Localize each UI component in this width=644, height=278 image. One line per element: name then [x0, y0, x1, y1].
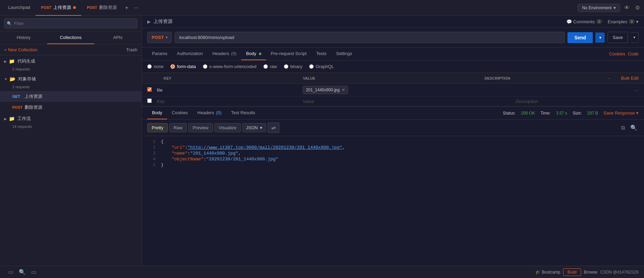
- wrap-button[interactable]: ⇌: [268, 122, 279, 133]
- request-delete-method: POST: [12, 105, 25, 109]
- env-label: No Environment: [582, 5, 612, 10]
- line-num-3: 3: [147, 151, 155, 156]
- tab-launchpad[interactable]: Launchpad: [3, 0, 36, 16]
- collection-daima-header[interactable]: ▶ 📁 代码生成: [0, 55, 141, 67]
- view-visualize-button[interactable]: Visualize: [214, 123, 241, 132]
- console-icon[interactable]: ▭: [28, 267, 39, 277]
- tab-authorization[interactable]: Authorization: [172, 48, 208, 60]
- sidebar-tab-history[interactable]: History: [0, 31, 47, 44]
- sidebar-toggle-icon[interactable]: ▭: [5, 267, 16, 277]
- code-line-5: 5 }: [142, 162, 644, 168]
- code-key-url: "url": [172, 145, 185, 150]
- collection-workflow-header[interactable]: ▶ 📁 工作流: [0, 113, 141, 124]
- view-pretty-button[interactable]: Pretty: [147, 123, 168, 132]
- form-value-header: VALUE: [303, 76, 484, 80]
- search-response-button[interactable]: 🔍: [629, 123, 639, 132]
- bulk-edit-button[interactable]: Bulk Edit: [621, 76, 639, 81]
- title-actions: 💬 Comments 0 Examples 0 ▾: [566, 19, 639, 24]
- body-binary-label: binary: [290, 64, 302, 69]
- body-option-urlencoded[interactable]: x-www-form-urlencoded: [203, 64, 257, 69]
- expand-arrow-icon[interactable]: ▶: [147, 19, 151, 24]
- method-value: POST: [152, 35, 164, 40]
- request-delete[interactable]: POST 删除资源: [0, 102, 141, 113]
- send-button[interactable]: Send: [567, 32, 593, 43]
- tab-headers-label: Headers: [213, 51, 229, 56]
- view-raw-button[interactable]: Raw: [169, 123, 187, 132]
- request-title-bar: ▶ 上传资源 💬 Comments 0 Examples 0 ▾: [142, 16, 644, 28]
- request-tabs: Params Authorization Headers (9) Body Pr…: [142, 48, 644, 61]
- bootcamp-label: Bootcamp: [542, 270, 560, 275]
- tab-tests[interactable]: Tests: [311, 48, 331, 60]
- cookies-link[interactable]: Cookies: [609, 51, 625, 56]
- url-input[interactable]: [175, 32, 565, 43]
- build-button[interactable]: Build: [563, 268, 581, 276]
- request-upload[interactable]: GET 上传资源: [0, 91, 141, 102]
- body-option-raw[interactable]: raw: [263, 64, 277, 69]
- tab-headers[interactable]: Headers (9): [208, 48, 242, 60]
- resp-tab-test-results[interactable]: Test Results: [226, 107, 260, 119]
- trash-button[interactable]: Trash: [126, 47, 137, 52]
- eye-icon[interactable]: 👁: [623, 3, 631, 12]
- gear-icon[interactable]: ⚙: [634, 3, 641, 12]
- copy-button[interactable]: ⧉: [620, 123, 626, 132]
- file-remove-icon[interactable]: ✕: [342, 88, 345, 92]
- form-value-empty[interactable]: Value: [303, 99, 516, 104]
- resp-headers-count: (5): [216, 110, 221, 115]
- tab-params[interactable]: Params: [147, 48, 172, 60]
- view-preview-button[interactable]: Preview: [188, 123, 213, 132]
- format-select[interactable]: JSON ▾: [242, 123, 266, 132]
- url-bar: POST ▾ Send ▾ Save ▾: [142, 28, 644, 48]
- tab-upload-label: 上传资源: [53, 4, 71, 11]
- comments-button[interactable]: 💬 Comments 0: [566, 19, 602, 24]
- form-check-empty[interactable]: [147, 98, 155, 104]
- tab-upload[interactable]: POST 上传资源: [36, 0, 81, 16]
- tab-settings[interactable]: Settings: [331, 48, 357, 60]
- resp-tab-cookies[interactable]: Cookies: [167, 107, 193, 119]
- chevron-right-icon-2: ▶: [4, 117, 7, 121]
- bootcamp-button[interactable]: 🎓 Bootcamp: [535, 270, 560, 275]
- form-desc-header: DESCRIPTION: [484, 76, 607, 80]
- body-option-binary[interactable]: binary: [284, 64, 302, 69]
- more-tabs-button[interactable]: ···: [131, 3, 141, 12]
- form-header-more-icon[interactable]: ···: [607, 76, 611, 81]
- add-tab-button[interactable]: +: [122, 3, 131, 12]
- body-option-graphql[interactable]: GraphQL: [309, 64, 334, 69]
- folder-open-icon: 📂: [10, 76, 15, 82]
- form-check-file[interactable]: [147, 87, 155, 93]
- send-arrow-button[interactable]: ▾: [595, 32, 605, 43]
- collection-duixiang-header[interactable]: ▼ 📂 对象存储: [0, 73, 141, 85]
- body-option-formdata[interactable]: form-data: [170, 64, 196, 69]
- save-button[interactable]: Save: [607, 32, 628, 43]
- method-select[interactable]: POST ▾: [147, 32, 172, 43]
- body-none-label: none: [154, 64, 164, 69]
- body-option-none[interactable]: none: [147, 64, 164, 69]
- code-value-name: "201_1440x900.jpg": [190, 151, 238, 156]
- tab-delete[interactable]: POST 删除资源: [81, 0, 122, 16]
- save-response-button[interactable]: Save Response ▾: [603, 110, 639, 116]
- bottom-right: 🎓 Bootcamp Build Browse CSDN @d1476i2329: [535, 268, 639, 276]
- env-dropdown[interactable]: No Environment ▾: [578, 4, 620, 12]
- save-arrow-button[interactable]: ▾: [631, 32, 639, 43]
- sidebar-tab-collections[interactable]: Collections: [47, 31, 94, 44]
- tab-body[interactable]: Body: [241, 48, 266, 60]
- new-collection-button[interactable]: + New Collection: [4, 47, 38, 52]
- collection-daima: ▶ 📁 代码生成 2 requests: [0, 55, 141, 73]
- form-desc-empty[interactable]: Description: [516, 99, 639, 104]
- examples-arrow-icon: ▾: [636, 19, 639, 24]
- browse-button[interactable]: Browse: [584, 270, 598, 275]
- search-bottom-icon[interactable]: 🔍: [16, 267, 28, 277]
- code-link[interactable]: Code: [628, 51, 639, 56]
- examples-button[interactable]: Examples 0 ▾: [608, 19, 639, 24]
- form-key-empty[interactable]: Key: [155, 99, 303, 104]
- tab-pre-request[interactable]: Pre-request Script: [266, 48, 312, 60]
- row-more-icon[interactable]: ···: [635, 88, 639, 93]
- method-select-arrow-icon: ▾: [166, 36, 167, 39]
- code-value-url[interactable]: "http://www.it307.top:9000/mall/20201230…: [188, 145, 342, 150]
- toolbar-right: ⧉ 🔍: [620, 123, 639, 132]
- resp-tab-body[interactable]: Body: [147, 107, 167, 119]
- search-input[interactable]: [4, 18, 137, 28]
- format-value: JSON: [246, 125, 258, 130]
- tab-body-label: Body: [246, 51, 256, 56]
- sidebar-tab-apis[interactable]: APIs: [94, 31, 141, 44]
- resp-tab-headers[interactable]: Headers (5): [193, 107, 227, 119]
